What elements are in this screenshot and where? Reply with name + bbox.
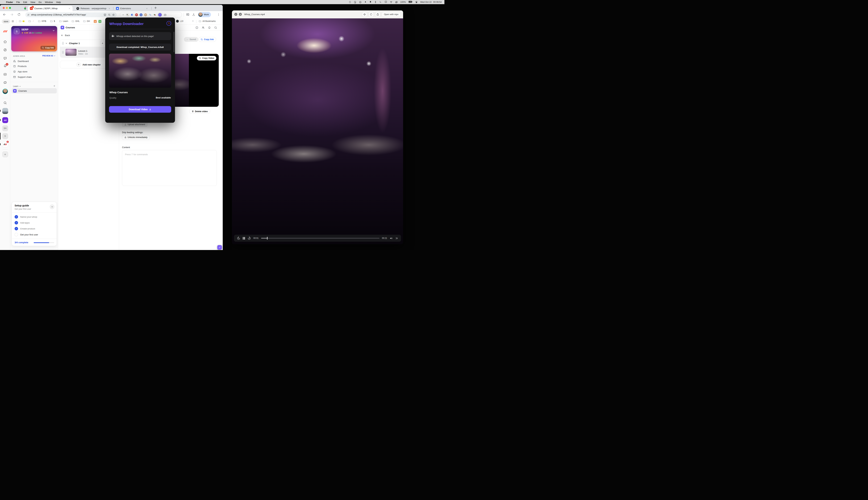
setup-collapse-button[interactable]: [50, 204, 55, 209]
setup-item-product[interactable]: Create product: [14, 227, 35, 230]
tab-close-icon[interactable]: [146, 7, 148, 10]
members-icon[interactable]: [202, 26, 205, 29]
popup-help-button[interactable]: ?: [167, 21, 171, 26]
puzzle-menu-icon[interactable]: [164, 13, 167, 16]
side-search-icon[interactable]: [186, 13, 190, 16]
ticket-icon[interactable]: [0, 81, 10, 84]
whopp-extension-icon-active[interactable]: [158, 12, 162, 17]
open-with-mpv-button[interactable]: Open with mpv: [382, 12, 401, 17]
tab-releases[interactable]: Releases · serpapps/whop-vi: [75, 6, 113, 11]
apps-grid-icon[interactable]: [11, 20, 14, 23]
play-circle-icon[interactable]: [359, 1, 362, 3]
copy-video-button[interactable]: Copy Video: [197, 56, 216, 60]
playhead[interactable]: [267, 237, 267, 240]
window-close-button[interactable]: [3, 7, 5, 9]
learn-add-button[interactable]: [53, 85, 56, 87]
tab-close-icon[interactable]: [108, 7, 111, 10]
sidebar-item-app-store[interactable]: App store: [12, 69, 57, 74]
chats-icon[interactable]: [0, 56, 10, 60]
rail-search-icon[interactable]: [0, 101, 10, 105]
rail-user-avatar[interactable]: [0, 89, 10, 94]
sidebar-item-products[interactable]: Products: [12, 64, 57, 69]
bookmark-star-icon[interactable]: [112, 13, 115, 16]
setup-item-first-user[interactable]: Get your first user: [14, 233, 38, 236]
player-slash-button[interactable]: [239, 13, 242, 16]
screen-mirroring-icon[interactable]: [395, 1, 398, 3]
download-video-button[interactable]: Download Video: [109, 106, 171, 113]
purple-workspace-logo[interactable]: [0, 117, 10, 123]
search-icon[interactable]: [214, 26, 217, 29]
sidebar-item-support-chats[interactable]: Support chats: [12, 75, 57, 79]
shield-extension-icon[interactable]: [130, 13, 134, 16]
bookmark-folder-learn[interactable]: Learn: [59, 20, 68, 23]
bookmark-favicon-green-plus[interactable]: [99, 20, 101, 23]
back-icon[interactable]: [3, 13, 6, 16]
shrink-icon[interactable]: [362, 12, 367, 17]
reload-icon[interactable]: [18, 13, 21, 16]
seek-bar[interactable]: [261, 238, 379, 239]
player-close-button[interactable]: [235, 13, 237, 16]
control-center-icon[interactable]: [415, 1, 418, 3]
bookmark-favicon-a[interactable]: a: [94, 20, 97, 23]
delete-video-button[interactable]: Delete video: [189, 109, 210, 114]
copy-link-button[interactable]: Copy link: [198, 37, 216, 42]
menu-help[interactable]: Help: [56, 1, 61, 3]
whop-logo[interactable]: [0, 30, 10, 33]
menubar-clock[interactable]: 00:06:54: [433, 1, 442, 3]
zoom-out-icon[interactable]: [108, 13, 111, 16]
menu-view[interactable]: View: [30, 1, 35, 3]
skip-next-icon[interactable]: [395, 237, 398, 240]
discover-compass-icon[interactable]: [0, 48, 10, 52]
masks-extension-icon[interactable]: [153, 13, 156, 16]
add-lesson-button[interactable]: [100, 41, 105, 45]
bookmark-l10[interactable]: L10: [176, 20, 183, 23]
focus-moon-icon[interactable]: [379, 1, 382, 4]
setup-item-name[interactable]: Name your whop: [14, 215, 37, 218]
content-editor[interactable]: Press '/' for commands: [122, 150, 217, 186]
video-frame[interactable]: [232, 19, 403, 244]
upload-attachment-button[interactable]: Upload attachment: [122, 122, 147, 127]
info-icon[interactable]: [195, 26, 198, 29]
activity-icon[interactable]: [0, 72, 10, 76]
bell-icon[interactable]: [208, 26, 211, 29]
setup-item-apps[interactable]: Add apps: [14, 221, 30, 225]
workspace-card[interactable]: S SERP 0.00 (0) 1 online Copy link: [11, 26, 57, 52]
site-settings-icon[interactable]: [27, 13, 30, 16]
browser-menu-icon[interactable]: [217, 13, 220, 17]
iq-extension-icon[interactable]: IQ: [140, 13, 142, 16]
forward-icon[interactable]: [10, 13, 13, 16]
input-source-icon[interactable]: A: [385, 1, 387, 4]
stacked-diamonds-icon[interactable]: [374, 1, 377, 3]
learn-section-toggle[interactable]: Learn: [13, 85, 21, 88]
qr-extension-icon[interactable]: [126, 13, 129, 16]
bookmark-folder-gh[interactable]: GH: [83, 20, 90, 23]
rotate-icon[interactable]: [368, 12, 374, 17]
downloads-icon[interactable]: [192, 13, 195, 16]
menu-edit[interactable]: Edit: [23, 1, 27, 3]
wifi-icon[interactable]: [390, 1, 392, 3]
all-bookmarks[interactable]: All Bookmarks: [198, 20, 216, 23]
quality-value[interactable]: Best available: [156, 96, 171, 99]
popup-scrollbar[interactable]: [174, 32, 174, 52]
fastforward-extension-icon[interactable]: [135, 13, 138, 16]
menubar-date[interactable]: Wed Oct 22: [420, 1, 432, 3]
workspace-chevron-icon[interactable]: [52, 29, 55, 32]
workspace-sa[interactable]: SA: [0, 125, 10, 131]
bookmark-folder-ghl[interactable]: GHL: [71, 20, 80, 23]
unlocks-button[interactable]: Unlocks immediately: [122, 135, 150, 140]
back-button[interactable]: Back: [61, 34, 70, 37]
window-minimize-button[interactable]: [6, 7, 8, 9]
drag-handle-icon[interactable]: [62, 42, 64, 44]
vpn-icon[interactable]: [364, 1, 367, 4]
chapter-chevron-icon[interactable]: [65, 42, 68, 44]
omnibox[interactable]: [25, 12, 117, 17]
profile-button[interactable]: Work: [198, 12, 211, 17]
bookmark-folder-card[interactable]: [19, 20, 24, 23]
bookmark-store[interactable]: store: [2, 20, 10, 24]
card-copy-link-button[interactable]: Copy link: [41, 46, 55, 50]
device-settings-icon[interactable]: [354, 1, 356, 3]
url-input[interactable]: [31, 13, 102, 16]
home-icon[interactable]: [0, 40, 10, 44]
notifications-icon[interactable]: 2: [0, 64, 10, 68]
window-zoom-button[interactable]: [9, 7, 11, 9]
